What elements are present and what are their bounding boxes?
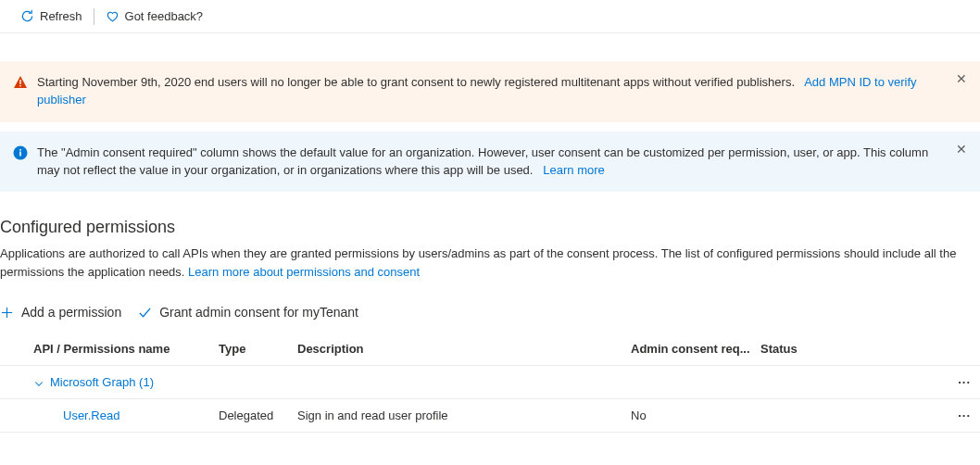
more-icon[interactable]: ··· [958, 375, 971, 389]
svg-rect-4 [19, 149, 21, 151]
checkmark-icon [138, 306, 152, 320]
table-row: User.Read Delegated Sign in and read use… [0, 399, 980, 433]
warning-banner: Starting November 9th, 2020 end users wi… [0, 61, 980, 122]
toolbar: Refresh Got feedback? [0, 0, 980, 33]
warning-close-button[interactable]: ✕ [952, 69, 971, 89]
permission-type: Delegated [219, 408, 297, 422]
header-admin: Admin consent req... [631, 342, 760, 356]
action-bar: Add a permission Grant admin consent for… [0, 297, 980, 327]
plus-icon [0, 306, 14, 320]
more-icon[interactable]: ··· [958, 408, 971, 422]
close-icon: ✕ [956, 142, 967, 157]
refresh-button[interactable]: Refresh [11, 6, 92, 27]
heart-icon [106, 9, 119, 23]
svg-rect-0 [19, 80, 20, 84]
header-status: Status [760, 342, 943, 356]
warning-text: Starting November 9th, 2020 end users wi… [37, 74, 967, 109]
section-description: Applications are authorized to call APIs… [0, 245, 980, 281]
group-label: Microsoft Graph (1) [50, 375, 154, 389]
close-icon: ✕ [956, 71, 967, 86]
grant-consent-label: Grant admin consent for myTenant [159, 305, 358, 320]
table-group-row[interactable]: Microsoft Graph (1) ··· [0, 366, 980, 399]
header-type: Type [219, 342, 297, 356]
add-permission-button[interactable]: Add a permission [0, 305, 121, 320]
header-name: API / Permissions name [33, 342, 219, 356]
permissions-table: API / Permissions name Type Description … [0, 333, 980, 433]
add-permission-label: Add a permission [21, 305, 121, 320]
refresh-icon [20, 9, 34, 23]
info-close-button[interactable]: ✕ [952, 139, 971, 159]
table-header: API / Permissions name Type Description … [0, 333, 980, 366]
section-desc-text: Applications are authorized to call APIs… [0, 246, 956, 279]
grant-consent-button[interactable]: Grant admin consent for myTenant [138, 305, 358, 320]
svg-rect-1 [19, 85, 20, 86]
permission-admin: No [631, 408, 760, 422]
info-link[interactable]: Learn more [543, 163, 604, 177]
info-message: The "Admin consent required" column show… [37, 145, 928, 177]
permission-name[interactable]: User.Read [33, 408, 219, 422]
warning-message: Starting November 9th, 2020 end users wi… [37, 75, 795, 89]
info-text: The "Admin consent required" column show… [37, 145, 967, 180]
section-desc-link[interactable]: Learn more about permissions and consent [188, 265, 420, 279]
permission-desc: Sign in and read user profile [297, 408, 631, 422]
section-title: Configured permissions [0, 218, 980, 237]
configured-permissions-section: Configured permissions Applications are … [0, 218, 980, 465]
toolbar-divider [94, 8, 94, 25]
svg-rect-3 [19, 151, 21, 156]
refresh-label: Refresh [40, 9, 82, 23]
header-desc: Description [297, 342, 631, 356]
group-name[interactable]: Microsoft Graph (1) [33, 375, 219, 389]
warning-icon [13, 75, 28, 95]
info-banner: The "Admin consent required" column show… [0, 132, 980, 193]
feedback-label: Got feedback? [125, 9, 204, 23]
info-icon [13, 145, 28, 166]
feedback-button[interactable]: Got feedback? [96, 6, 213, 27]
header-actions [943, 342, 980, 356]
chevron-down-icon [33, 378, 44, 389]
